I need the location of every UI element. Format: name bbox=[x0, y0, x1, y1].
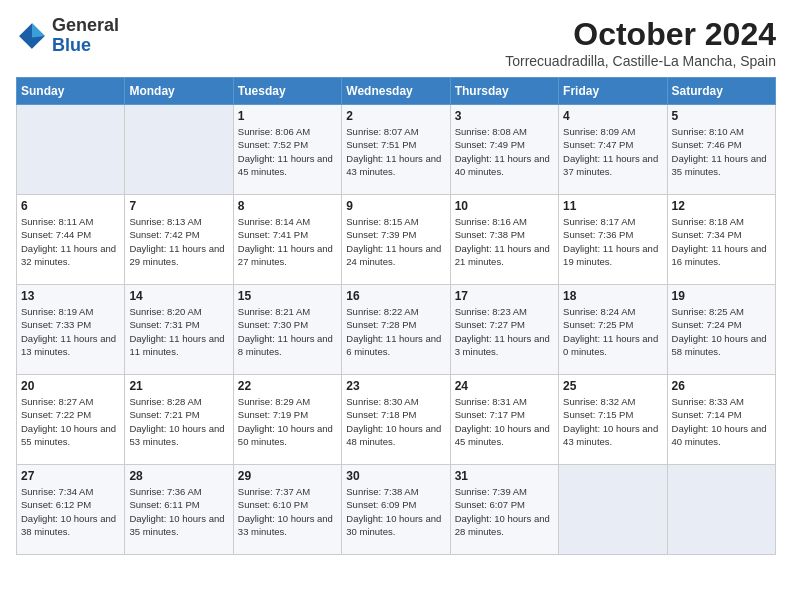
day-info: Sunrise: 7:38 AMSunset: 6:09 PMDaylight:… bbox=[346, 485, 445, 538]
calendar-cell: 4Sunrise: 8:09 AMSunset: 7:47 PMDaylight… bbox=[559, 105, 667, 195]
day-number: 28 bbox=[129, 469, 228, 483]
calendar-cell: 15Sunrise: 8:21 AMSunset: 7:30 PMDayligh… bbox=[233, 285, 341, 375]
day-info: Sunrise: 8:33 AMSunset: 7:14 PMDaylight:… bbox=[672, 395, 771, 448]
day-info: Sunrise: 7:36 AMSunset: 6:11 PMDaylight:… bbox=[129, 485, 228, 538]
svg-marker-2 bbox=[19, 36, 32, 49]
calendar-cell bbox=[667, 465, 775, 555]
day-number: 15 bbox=[238, 289, 337, 303]
calendar-cell: 23Sunrise: 8:30 AMSunset: 7:18 PMDayligh… bbox=[342, 375, 450, 465]
day-number: 25 bbox=[563, 379, 662, 393]
day-number: 5 bbox=[672, 109, 771, 123]
calendar-cell: 26Sunrise: 8:33 AMSunset: 7:14 PMDayligh… bbox=[667, 375, 775, 465]
day-info: Sunrise: 8:17 AMSunset: 7:36 PMDaylight:… bbox=[563, 215, 662, 268]
day-number: 30 bbox=[346, 469, 445, 483]
page-header: General Blue October 2024 Torrecuadradil… bbox=[16, 16, 776, 69]
day-info: Sunrise: 8:06 AMSunset: 7:52 PMDaylight:… bbox=[238, 125, 337, 178]
day-number: 26 bbox=[672, 379, 771, 393]
day-number: 27 bbox=[21, 469, 120, 483]
day-info: Sunrise: 8:31 AMSunset: 7:17 PMDaylight:… bbox=[455, 395, 554, 448]
logo-blue: Blue bbox=[52, 36, 119, 56]
calendar-cell: 14Sunrise: 8:20 AMSunset: 7:31 PMDayligh… bbox=[125, 285, 233, 375]
day-number: 14 bbox=[129, 289, 228, 303]
day-info: Sunrise: 8:11 AMSunset: 7:44 PMDaylight:… bbox=[21, 215, 120, 268]
calendar-table: SundayMondayTuesdayWednesdayThursdayFrid… bbox=[16, 77, 776, 555]
day-number: 31 bbox=[455, 469, 554, 483]
calendar-cell: 9Sunrise: 8:15 AMSunset: 7:39 PMDaylight… bbox=[342, 195, 450, 285]
calendar-cell: 29Sunrise: 7:37 AMSunset: 6:10 PMDayligh… bbox=[233, 465, 341, 555]
calendar-cell: 7Sunrise: 8:13 AMSunset: 7:42 PMDaylight… bbox=[125, 195, 233, 285]
calendar-cell: 8Sunrise: 8:14 AMSunset: 7:41 PMDaylight… bbox=[233, 195, 341, 285]
day-number: 11 bbox=[563, 199, 662, 213]
day-number: 21 bbox=[129, 379, 228, 393]
calendar-cell bbox=[559, 465, 667, 555]
weekday-header-tuesday: Tuesday bbox=[233, 78, 341, 105]
day-info: Sunrise: 8:18 AMSunset: 7:34 PMDaylight:… bbox=[672, 215, 771, 268]
day-info: Sunrise: 8:22 AMSunset: 7:28 PMDaylight:… bbox=[346, 305, 445, 358]
logo-general: General bbox=[52, 16, 119, 36]
day-number: 1 bbox=[238, 109, 337, 123]
day-number: 24 bbox=[455, 379, 554, 393]
calendar-cell: 18Sunrise: 8:24 AMSunset: 7:25 PMDayligh… bbox=[559, 285, 667, 375]
day-info: Sunrise: 8:30 AMSunset: 7:18 PMDaylight:… bbox=[346, 395, 445, 448]
calendar-cell: 24Sunrise: 8:31 AMSunset: 7:17 PMDayligh… bbox=[450, 375, 558, 465]
calendar-week-row: 20Sunrise: 8:27 AMSunset: 7:22 PMDayligh… bbox=[17, 375, 776, 465]
day-number: 16 bbox=[346, 289, 445, 303]
day-info: Sunrise: 8:16 AMSunset: 7:38 PMDaylight:… bbox=[455, 215, 554, 268]
weekday-header-wednesday: Wednesday bbox=[342, 78, 450, 105]
calendar-cell bbox=[17, 105, 125, 195]
title-block: October 2024 Torrecuadradilla, Castille-… bbox=[505, 16, 776, 69]
svg-marker-1 bbox=[32, 23, 45, 37]
day-number: 17 bbox=[455, 289, 554, 303]
calendar-cell: 16Sunrise: 8:22 AMSunset: 7:28 PMDayligh… bbox=[342, 285, 450, 375]
calendar-cell: 20Sunrise: 8:27 AMSunset: 7:22 PMDayligh… bbox=[17, 375, 125, 465]
calendar-cell: 3Sunrise: 8:08 AMSunset: 7:49 PMDaylight… bbox=[450, 105, 558, 195]
calendar-cell: 17Sunrise: 8:23 AMSunset: 7:27 PMDayligh… bbox=[450, 285, 558, 375]
calendar-cell: 22Sunrise: 8:29 AMSunset: 7:19 PMDayligh… bbox=[233, 375, 341, 465]
month-title: October 2024 bbox=[505, 16, 776, 53]
day-number: 20 bbox=[21, 379, 120, 393]
day-number: 4 bbox=[563, 109, 662, 123]
calendar-cell: 21Sunrise: 8:28 AMSunset: 7:21 PMDayligh… bbox=[125, 375, 233, 465]
calendar-week-row: 27Sunrise: 7:34 AMSunset: 6:12 PMDayligh… bbox=[17, 465, 776, 555]
day-info: Sunrise: 8:27 AMSunset: 7:22 PMDaylight:… bbox=[21, 395, 120, 448]
logo-icon bbox=[16, 20, 48, 52]
day-info: Sunrise: 8:08 AMSunset: 7:49 PMDaylight:… bbox=[455, 125, 554, 178]
calendar-cell: 19Sunrise: 8:25 AMSunset: 7:24 PMDayligh… bbox=[667, 285, 775, 375]
calendar-cell: 27Sunrise: 7:34 AMSunset: 6:12 PMDayligh… bbox=[17, 465, 125, 555]
day-number: 23 bbox=[346, 379, 445, 393]
day-info: Sunrise: 8:21 AMSunset: 7:30 PMDaylight:… bbox=[238, 305, 337, 358]
day-info: Sunrise: 8:09 AMSunset: 7:47 PMDaylight:… bbox=[563, 125, 662, 178]
day-info: Sunrise: 8:15 AMSunset: 7:39 PMDaylight:… bbox=[346, 215, 445, 268]
calendar-cell: 31Sunrise: 7:39 AMSunset: 6:07 PMDayligh… bbox=[450, 465, 558, 555]
day-info: Sunrise: 8:19 AMSunset: 7:33 PMDaylight:… bbox=[21, 305, 120, 358]
calendar-week-row: 1Sunrise: 8:06 AMSunset: 7:52 PMDaylight… bbox=[17, 105, 776, 195]
day-number: 13 bbox=[21, 289, 120, 303]
calendar-week-row: 6Sunrise: 8:11 AMSunset: 7:44 PMDaylight… bbox=[17, 195, 776, 285]
weekday-header-saturday: Saturday bbox=[667, 78, 775, 105]
day-number: 3 bbox=[455, 109, 554, 123]
day-info: Sunrise: 8:32 AMSunset: 7:15 PMDaylight:… bbox=[563, 395, 662, 448]
day-number: 9 bbox=[346, 199, 445, 213]
day-number: 8 bbox=[238, 199, 337, 213]
calendar-cell: 1Sunrise: 8:06 AMSunset: 7:52 PMDaylight… bbox=[233, 105, 341, 195]
day-info: Sunrise: 8:14 AMSunset: 7:41 PMDaylight:… bbox=[238, 215, 337, 268]
day-number: 2 bbox=[346, 109, 445, 123]
day-number: 19 bbox=[672, 289, 771, 303]
day-info: Sunrise: 8:13 AMSunset: 7:42 PMDaylight:… bbox=[129, 215, 228, 268]
weekday-header-sunday: Sunday bbox=[17, 78, 125, 105]
day-number: 18 bbox=[563, 289, 662, 303]
calendar-cell: 13Sunrise: 8:19 AMSunset: 7:33 PMDayligh… bbox=[17, 285, 125, 375]
weekday-header-friday: Friday bbox=[559, 78, 667, 105]
day-number: 12 bbox=[672, 199, 771, 213]
calendar-cell bbox=[125, 105, 233, 195]
weekday-header-monday: Monday bbox=[125, 78, 233, 105]
calendar-cell: 6Sunrise: 8:11 AMSunset: 7:44 PMDaylight… bbox=[17, 195, 125, 285]
day-number: 7 bbox=[129, 199, 228, 213]
day-info: Sunrise: 8:10 AMSunset: 7:46 PMDaylight:… bbox=[672, 125, 771, 178]
weekday-header-row: SundayMondayTuesdayWednesdayThursdayFrid… bbox=[17, 78, 776, 105]
day-info: Sunrise: 8:28 AMSunset: 7:21 PMDaylight:… bbox=[129, 395, 228, 448]
day-number: 22 bbox=[238, 379, 337, 393]
day-info: Sunrise: 8:23 AMSunset: 7:27 PMDaylight:… bbox=[455, 305, 554, 358]
day-number: 10 bbox=[455, 199, 554, 213]
calendar-week-row: 13Sunrise: 8:19 AMSunset: 7:33 PMDayligh… bbox=[17, 285, 776, 375]
